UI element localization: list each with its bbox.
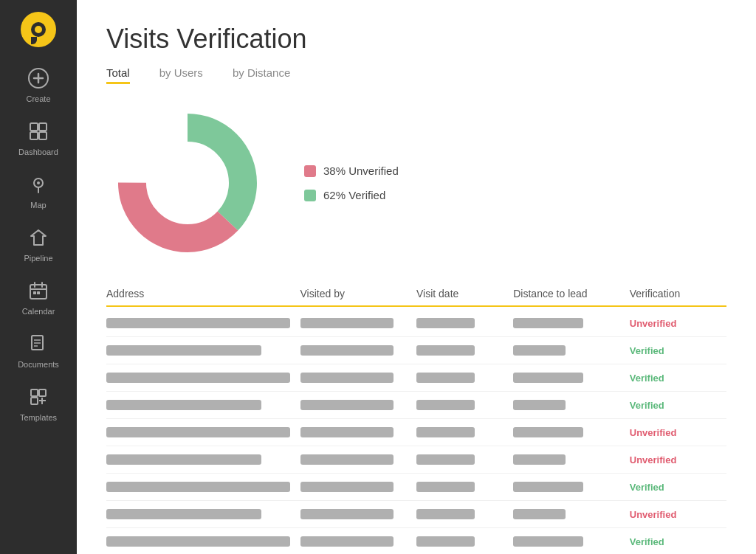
- visited-by-bar: [300, 345, 394, 356]
- svg-point-8: [37, 181, 40, 184]
- page-title: Visits Verification: [106, 24, 726, 55]
- visit-date-bar: [416, 536, 475, 547]
- sidebar-item-map[interactable]: Map: [0, 165, 77, 218]
- sidebar-logo: [0, 0, 77, 59]
- visit-date-bar: [416, 509, 475, 519]
- sidebar-item-map-label: Map: [30, 201, 46, 210]
- verified-color-dot: [304, 190, 316, 201]
- distance-bar: [513, 400, 566, 410]
- verification-badge: Verified: [630, 400, 664, 411]
- sidebar-item-documents-label: Documents: [18, 360, 59, 369]
- svg-point-28: [151, 146, 224, 220]
- table-row: Verified: [106, 528, 726, 554]
- visited-by-bar: [300, 427, 394, 437]
- table-row: Verified: [106, 364, 726, 392]
- tab-bar: Total by Users by Distance: [106, 66, 726, 84]
- visits-table: Address Visited by Visit date Distance t…: [106, 288, 726, 554]
- main-content: Visits Verification Total by Users by Di…: [77, 0, 756, 554]
- distance-bar: [513, 427, 583, 437]
- verification-badge: Unverified: [630, 509, 677, 520]
- app-logo-icon: [21, 12, 56, 47]
- chart-section: 38% Unverified 62% Verified: [106, 102, 726, 264]
- visited-by-bar: [300, 400, 394, 410]
- verification-badge: Verified: [630, 482, 664, 493]
- table-header-row: Address Visited by Visit date Distance t…: [106, 288, 726, 307]
- verification-badge: Verified: [630, 345, 664, 356]
- address-bar: [106, 345, 261, 356]
- verification-badge: Verified: [630, 373, 664, 384]
- col-header-visited-by: Visited by: [300, 288, 417, 299]
- col-header-visit-date: Visit date: [416, 288, 513, 299]
- tab-total[interactable]: Total: [106, 66, 130, 84]
- visited-by-bar: [300, 482, 394, 492]
- col-header-distance: Distance to lead: [513, 288, 630, 299]
- distance-bar: [513, 536, 583, 547]
- tab-by-users[interactable]: by Users: [159, 66, 203, 84]
- col-header-verification: Verification: [630, 288, 726, 299]
- sidebar-item-pipeline-label: Pipeline: [24, 254, 52, 263]
- sidebar-item-calendar[interactable]: Calendar: [0, 271, 77, 325]
- sidebar-item-documents[interactable]: Documents: [0, 325, 77, 378]
- address-bar: [106, 318, 290, 328]
- table-row: Unverified: [106, 310, 726, 337]
- address-bar: [106, 509, 261, 519]
- address-bar: [106, 536, 290, 547]
- sidebar-item-templates[interactable]: Templates: [0, 378, 77, 431]
- svg-rect-22: [39, 389, 46, 396]
- unverified-legend-label: 38% Unverified: [323, 165, 399, 177]
- visited-by-bar: [300, 454, 394, 465]
- distance-bar: [513, 509, 566, 519]
- distance-bar: [513, 454, 566, 465]
- verification-badge: Verified: [630, 536, 664, 547]
- visit-date-bar: [416, 427, 475, 437]
- tab-by-distance[interactable]: by Distance: [233, 66, 290, 84]
- table-row: Unverified: [106, 446, 726, 474]
- sidebar-item-create-label: Create: [26, 94, 50, 103]
- address-bar: [106, 373, 290, 383]
- svg-rect-4: [39, 123, 47, 131]
- table-row: Verified: [106, 474, 726, 501]
- sidebar: Create Dashboard Map Pipeline Calendar: [0, 0, 77, 554]
- sidebar-item-calendar-label: Calendar: [22, 307, 55, 316]
- visited-by-bar: [300, 318, 394, 328]
- sidebar-item-dashboard[interactable]: Dashboard: [0, 112, 77, 165]
- pipeline-icon: [28, 227, 49, 251]
- table-row: Unverified: [106, 501, 726, 528]
- svg-rect-6: [39, 132, 47, 139]
- legend-verified: 62% Verified: [304, 189, 399, 201]
- templates-icon: [28, 387, 49, 410]
- chart-legend: 38% Unverified 62% Verified: [304, 165, 399, 201]
- table-row: Verified: [106, 337, 726, 364]
- unverified-color-dot: [304, 165, 316, 177]
- table-row: Verified: [106, 392, 726, 419]
- sidebar-item-dashboard-label: Dashboard: [18, 148, 58, 156]
- svg-rect-23: [31, 398, 38, 404]
- distance-bar: [513, 373, 583, 383]
- visit-date-bar: [416, 454, 475, 465]
- address-bar: [106, 427, 290, 437]
- distance-bar: [513, 345, 566, 356]
- svg-rect-21: [31, 389, 38, 396]
- svg-rect-16: [37, 291, 40, 294]
- address-bar: [106, 454, 261, 465]
- visit-date-bar: [416, 482, 475, 492]
- sidebar-item-pipeline[interactable]: Pipeline: [0, 218, 77, 271]
- svg-rect-5: [30, 132, 38, 139]
- visit-date-bar: [416, 373, 475, 383]
- calendar-icon: [28, 280, 49, 304]
- verified-legend-label: 62% Verified: [323, 189, 385, 201]
- table-row: Unverified: [106, 419, 726, 446]
- create-icon: [28, 68, 49, 91]
- visit-date-bar: [416, 318, 475, 328]
- visited-by-bar: [300, 373, 394, 383]
- svg-marker-10: [31, 230, 46, 245]
- map-icon: [28, 174, 49, 198]
- verification-badge: Unverified: [630, 318, 677, 329]
- verification-badge: Unverified: [630, 427, 677, 438]
- svg-rect-15: [33, 291, 36, 294]
- distance-bar: [513, 482, 583, 492]
- sidebar-item-create[interactable]: Create: [0, 59, 77, 112]
- visit-date-bar: [416, 345, 475, 356]
- visited-by-bar: [300, 536, 394, 547]
- visit-date-bar: [416, 400, 475, 410]
